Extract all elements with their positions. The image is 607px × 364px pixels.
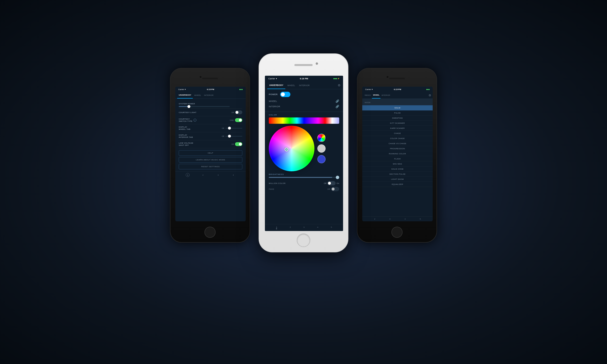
help-button[interactable]: HELP [179,150,242,156]
color-swatches [317,134,326,163]
tab-interior-center[interactable]: INTERIOR [297,81,312,89]
color-swatch-blue[interactable] [317,155,326,163]
center-status-bar: Carrier ▾ 6:16 PM ■■■ ⚡ [265,76,343,81]
tab-wheel-left[interactable]: WHEEL [193,92,203,99]
tab-underbody-center[interactable]: UNDERBODY [267,81,285,89]
color-cursor[interactable]: + [285,148,289,151]
tab-wheel-center[interactable]: WHEEL [285,81,297,89]
million-color-toggle[interactable] [327,181,336,185]
center-wifi-icon: ▾ [276,78,277,80]
right-battery-icon: ■■■ [426,88,430,91]
color-label: COLOR [269,114,339,116]
page-2-left[interactable]: 2 [201,173,205,177]
page-4-right[interactable]: 4 [405,218,406,220]
center-nav-tabs: UNDERBODY WHEEL INTERIOR ⚙ [265,81,343,89]
courtesy-switch-toggle[interactable] [235,118,242,122]
low-voltage-row: LOW VOLTAGESHUT OFF Off [179,140,242,148]
mode-karr-scaner[interactable]: KARR SCANER [362,126,433,131]
system-power-knob[interactable] [187,105,190,108]
page-5-center[interactable]: 5 [331,226,332,229]
courtesy-switch-label: COURTESYSWITCH TYPE [179,118,193,122]
fade-row: FADE Off [269,186,339,192]
million-color-off-label: Off [324,182,327,184]
page-5-right[interactable]: 5 [420,218,421,220]
left-page-indicators: 1 2 3 4 [175,171,246,178]
tab-wheel-right[interactable]: WHEEL [372,92,381,99]
low-voltage-value: Off [231,143,234,145]
tab-interior-left[interactable]: INTERIOR [203,92,215,99]
right-settings-gear-icon[interactable]: ⚙ [429,94,431,97]
mode-color-chase[interactable]: COLOR CHASE [362,136,433,141]
page-3-right[interactable]: 3 [389,218,390,220]
page-2-right[interactable]: 2 [374,218,375,220]
page-4-left[interactable]: 4 [231,173,235,177]
interior-link-icon[interactable]: 🔗 [336,105,339,108]
mode-kitt-scanner[interactable]: KITT SCANNER [362,121,433,126]
system-power-label: SYSTEM POWER [179,103,242,105]
interior-sub-label: INTERIOR [269,105,280,108]
brightness-slider-knob[interactable] [336,176,339,179]
display-wheel-tab-value: Off [222,127,224,129]
info-icon[interactable]: i [194,119,197,122]
wheel-sub-row: WHEEL 🔗 [269,99,339,104]
fade-off-label: Off [327,188,330,190]
mode-sweeping[interactable]: SWEEPING [362,116,433,121]
display-wheel-tab-slider[interactable] [228,127,231,130]
wheel-link-icon[interactable]: 🔗 [336,100,339,103]
music-mode-button[interactable]: LEARN ABOUT MUSIC MODE [179,157,242,163]
tab-underbody-right[interactable]: RBODY [364,92,372,99]
color-swatch-rainbow[interactable] [317,134,326,142]
mode-solid-zone[interactable]: SOLID ZONE [362,167,433,171]
mode-equalizer[interactable]: EQUALIZER [362,182,433,187]
left-status-bar: Carrier ▾ 6:15 PM ■■■ [175,87,246,92]
mode-header: MODE [362,99,433,105]
page-1-left[interactable]: 1 [186,173,190,177]
home-button-center[interactable] [297,234,310,247]
settings-gear-icon[interactable]: ⚙ [338,83,341,87]
color-bar[interactable] [269,117,339,124]
color-wheel[interactable]: + [269,126,315,171]
center-bolt-icon: ⚡ [338,78,340,80]
right-time: 6:15 PM [394,88,401,91]
mode-chase[interactable]: CHASE [362,131,433,136]
center-carrier: Carrier [268,78,275,80]
home-button-left[interactable] [204,227,216,238]
color-section: COLOR + [265,112,343,194]
mode-chase-vs-chase[interactable]: CHASE VS CHASE [362,141,433,146]
mode-list: SOLID PULSE SWEEPING KITT SCANNER KARR S… [362,105,433,187]
page-3-center[interactable]: 3 [304,226,304,229]
color-swatch-white[interactable] [317,144,326,153]
page-2-center[interactable]: 2 [290,226,291,229]
mode-pulse[interactable]: PULSE [362,110,433,116]
low-voltage-toggle[interactable] [235,142,242,146]
right-carrier: Carrier [365,88,371,91]
left-carrier: Carrier [178,88,184,91]
display-wheel-tab-label: DISPLAYWHEEL TAB [179,126,190,130]
display-interior-tab-value: Off [222,135,224,137]
right-status-bar: Carrier ▾ 6:15 PM ■■■ [362,87,433,92]
courtesy-light-toggle[interactable] [235,110,242,114]
mode-progression[interactable]: PROGRESSION [362,146,433,151]
display-wheel-tab-row: DISPLAYWHEEL TAB Off [179,124,242,132]
mode-section-pulse[interactable]: SECTION PULSE [362,171,433,177]
page-3-left[interactable]: 3 [216,173,220,177]
fade-toggle[interactable] [331,187,339,191]
mode-wig-wag[interactable]: WIG WAG [362,161,433,167]
page-1-center[interactable]: 1 [276,226,277,229]
courtesy-light-row: COURTESY LIGHT Off [179,109,242,116]
courtesy-light-label: COURTESY LIGHT [179,111,197,114]
mode-flash[interactable]: FLASH [362,156,433,161]
page-4-center[interactable]: 4 [317,226,318,229]
home-button-right[interactable] [391,227,403,238]
left-wifi-icon: ▾ [185,88,186,91]
left-time: 6:15 PM [207,88,214,91]
mode-solid[interactable]: SOLID [362,105,433,110]
power-toggle[interactable] [280,92,290,97]
million-color-on-label: On [337,182,339,184]
mode-running-color[interactable]: RUNNING COLOR [362,151,433,156]
tab-interior-right[interactable]: INTERIOR [381,92,391,99]
display-interior-tab-slider[interactable] [228,135,231,138]
reset-settings-button[interactable]: RESET SETTINGS [179,164,242,169]
tab-underbody-left[interactable]: UNDERBODY [177,92,193,99]
mode-light-show[interactable]: LIGHT SHOW [362,177,433,182]
